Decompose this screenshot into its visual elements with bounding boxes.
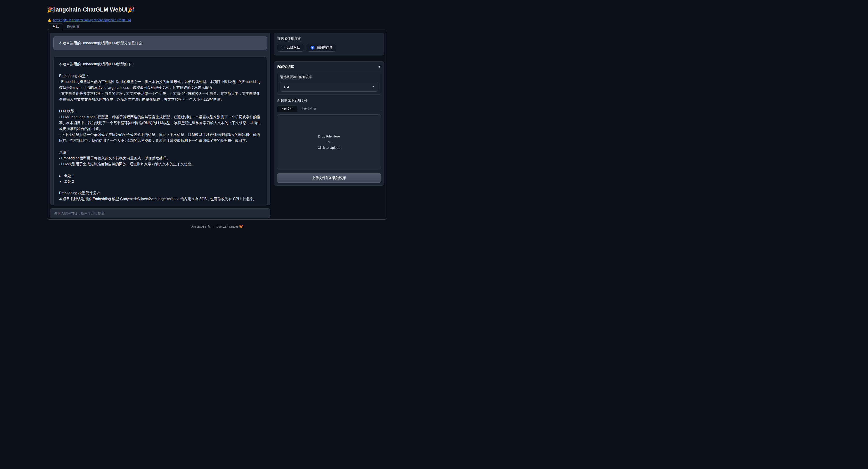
radio-knowledge-qa[interactable]: 知识库问答 [307,43,336,52]
collapsed-arrow-icon: ▶ [59,173,62,179]
kb-dropdown[interactable]: 123 ▼ [280,82,378,92]
page-container: 🎉langchain-ChatGLM WebUI🎉 👍 https://gith… [47,0,387,229]
radio-knowledge-qa-label: 知识库问答 [317,46,333,50]
built-with-gradio-label: Built with Gradio [217,225,238,228]
dropzone-line-1: Drop File Here [318,134,340,138]
source-2-content: Embedding 模型硬件需求 本项目中默认选用的 Embedding 模型 … [59,190,261,202]
tab-chat[interactable]: 对话 [49,23,63,30]
kb-config-title: 配置知识库 [277,65,294,69]
bot-paragraph: Embedding 模型： - Embedding模型是自然语言处理中常用的模型… [59,73,261,102]
bot-paragraph: 总结： - Embedding模型用于将输入的文本转换为向量形式，以便后续处理。… [59,149,261,167]
settings-column: 请选择使用模式 LLM 对话 知识库问答 配置知识库 [274,33,384,218]
source-1-toggle[interactable]: ▶ 出处 1 [59,173,261,179]
mode-select-label: 请选择使用模式 [277,37,381,41]
github-link[interactable]: https://github.com/imClumsyPanda/langcha… [53,18,131,22]
dropzone-line-2: - or - [326,140,332,144]
footer: Use via API 🔌 · Built with Gradio [47,225,387,229]
github-link-row: 👍 https://github.com/imClumsyPanda/langc… [48,18,387,22]
main-tabs: 对话 模型配置 [47,23,387,30]
question-input[interactable] [50,208,270,218]
footer-separator: · [213,225,214,228]
chatbot-panel: 本项目选用的Embedding模型和LLM模型分别是什么 本项目选用的Embed… [50,33,270,205]
page-title: 🎉langchain-ChatGLM WebUI🎉 [47,6,387,13]
tab-model-config[interactable]: 模型配置 [63,24,84,30]
radio-llm-chat-label: LLM 对话 [287,46,300,50]
bot-paragraph: 本项目选用的Embedding模型和LLM模型如下： [59,61,261,67]
file-dropzone[interactable]: Drop File Here - or - Click to Upload [277,114,381,169]
kb-select-label: 请选择要加载的知识库 [280,75,378,79]
chat-column: 本项目选用的Embedding模型和LLM模型分别是什么 本项目选用的Embed… [50,33,270,218]
use-via-api-label: Use via API [191,225,206,228]
tab-upload-file[interactable]: 上传文件 [277,106,297,112]
kb-add-file-label: 向知识库中添加文件 [277,98,381,103]
tab-upload-folder[interactable]: 上传文件夹 [297,106,320,112]
built-with-gradio-link[interactable]: Built with Gradio [217,225,243,229]
dropdown-caret-icon: ▼ [372,86,374,88]
mode-select-box: 请选择使用模式 LLM 对话 知识库问答 [274,33,384,55]
user-message: 本项目选用的Embedding模型和LLM模型分别是什么 [53,36,267,50]
kb-select-box: 请选择要加载的知识库 123 ▼ [277,72,381,94]
thumbs-up-icon: 👍 [48,18,51,22]
bot-paragraph: LLM 模型： - LLM(Language Model)模型是一种基于神经网络… [59,108,261,144]
bot-message: 本项目选用的Embedding模型和LLM模型如下： Embedding 模型：… [53,57,267,205]
kb-accordion-header[interactable]: 配置知识库 ▼ [277,65,381,69]
source-1-label: 出处 1 [64,173,74,179]
kb-config-panel: 配置知识库 ▼ 请选择要加载的知识库 123 ▼ 向知识库中添加文件 上传文件 … [274,61,384,186]
radio-off-icon [281,46,285,50]
source-2-toggle[interactable]: ▼ 出处 2 [59,179,261,184]
accordion-collapse-icon: ▼ [378,65,381,68]
dropzone-line-3: Click to Upload [318,146,340,149]
plug-icon: 🔌 [207,225,211,228]
kb-dropdown-value: 123 [284,85,289,89]
radio-on-icon [311,46,314,50]
source-2-label: 出处 2 [64,179,74,184]
upload-and-load-kb-button[interactable]: 上传文件并加载知识库 [277,173,381,183]
gradio-logo-icon [239,225,243,229]
chat-tab-panel: 本项目选用的Embedding模型和LLM模型分别是什么 本项目选用的Embed… [47,30,387,219]
expanded-arrow-icon: ▼ [59,179,62,184]
mode-radio-group: LLM 对话 知识库问答 [277,43,381,52]
radio-llm-chat[interactable]: LLM 对话 [277,43,304,52]
upload-tabs: 上传文件 上传文件夹 [277,106,381,112]
use-via-api-link[interactable]: Use via API 🔌 [191,225,211,228]
